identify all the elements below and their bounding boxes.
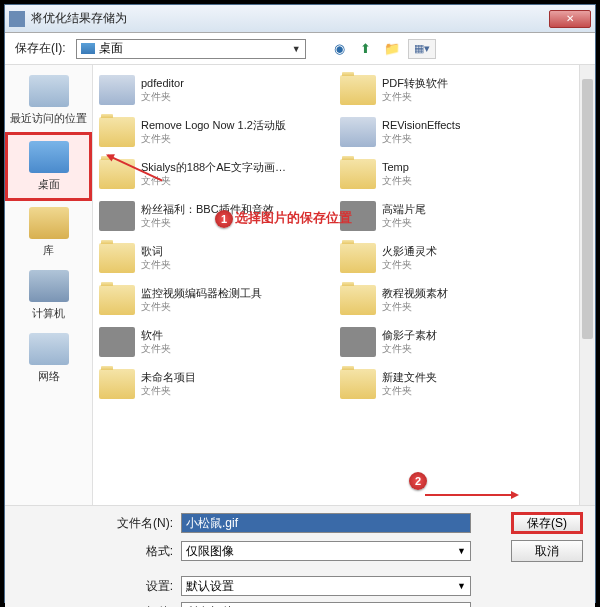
- file-name: Temp: [382, 161, 412, 174]
- location-value: 桌面: [99, 40, 123, 57]
- file-type: 文件夹: [141, 133, 286, 145]
- folder-icon: [99, 117, 135, 147]
- file-item[interactable]: pdfeditor文件夹: [93, 69, 334, 111]
- file-item[interactable]: 新建文件夹文件夹: [334, 363, 575, 405]
- save-in-label: 保存在(I):: [15, 40, 66, 57]
- settings-dropdown[interactable]: 默认设置▼: [181, 576, 471, 596]
- file-item[interactable]: PDF转换软件文件夹: [334, 69, 575, 111]
- location-dropdown[interactable]: 桌面 ▼: [76, 39, 306, 59]
- file-type: 文件夹: [382, 259, 437, 271]
- folder-icon: [99, 369, 135, 399]
- slice-dropdown[interactable]: 所有切片▼: [181, 602, 471, 607]
- scrollbar[interactable]: [579, 65, 595, 505]
- folder-icon: [99, 159, 135, 189]
- bottom-panel: 文件名(N): 保存(S) 格式: 仅限图像▼ 取消 设置: 默认设置▼ 切片:…: [5, 505, 595, 607]
- toolbar: 保存在(I): 桌面 ▼ ◉ ⬆ 📁 ▦▾: [5, 33, 595, 65]
- file-item[interactable]: 监控视频编码器检测工具文件夹: [93, 279, 334, 321]
- new-folder-button[interactable]: 📁: [382, 39, 402, 59]
- folder-icon: [99, 285, 135, 315]
- folder-icon: [340, 243, 376, 273]
- cancel-button[interactable]: 取消: [511, 540, 583, 562]
- slice-label: 切片:: [105, 604, 173, 608]
- lib-icon: [29, 207, 69, 239]
- sidebar-item-label: 网络: [38, 369, 60, 384]
- file-type: 文件夹: [382, 217, 426, 229]
- file-name: 新建文件夹: [382, 371, 437, 384]
- file-item[interactable]: Remove Logo Now 1.2活动版文件夹: [93, 111, 334, 153]
- file-item[interactable]: 粉丝福利：BBC插件和音效文件夹: [93, 195, 334, 237]
- up-folder-button[interactable]: ⬆: [356, 39, 376, 59]
- network-icon: [29, 333, 69, 365]
- file-type: 文件夹: [382, 175, 412, 187]
- file-name: 高端片尾: [382, 203, 426, 216]
- chevron-down-icon: ▼: [457, 581, 466, 591]
- file-name: PDF转换软件: [382, 77, 448, 90]
- view-mode-button[interactable]: ▦▾: [408, 39, 436, 59]
- file-item[interactable]: 软件文件夹: [93, 321, 334, 363]
- main-area: 最近访问的位置桌面库计算机网络 pdfeditor文件夹PDF转换软件文件夹Re…: [5, 65, 595, 505]
- folder-icon: [340, 201, 376, 231]
- file-type: 文件夹: [382, 133, 460, 145]
- file-type: 文件夹: [141, 301, 262, 313]
- folder-icon: [340, 117, 376, 147]
- sidebar-item-lib[interactable]: 库: [5, 201, 92, 264]
- scrollbar-thumb[interactable]: [582, 79, 593, 339]
- file-item[interactable]: 歌词文件夹: [93, 237, 334, 279]
- back-button[interactable]: ◉: [330, 39, 350, 59]
- file-type: 文件夹: [141, 175, 291, 187]
- folder-icon: [340, 159, 376, 189]
- file-name: 软件: [141, 329, 171, 342]
- file-item[interactable]: 高端片尾文件夹: [334, 195, 575, 237]
- format-label: 格式:: [105, 543, 173, 560]
- file-item[interactable]: 火影通灵术文件夹: [334, 237, 575, 279]
- file-name: pdfeditor: [141, 77, 184, 90]
- file-item[interactable]: REVisionEffects文件夹: [334, 111, 575, 153]
- file-item[interactable]: Skialys的188个AE文字动画特效预设文件夹: [93, 153, 334, 195]
- file-name: REVisionEffects: [382, 119, 460, 132]
- file-type: 文件夹: [141, 343, 171, 355]
- computer-icon: [29, 270, 69, 302]
- save-button[interactable]: 保存(S): [511, 512, 583, 534]
- sidebar-item-desktop[interactable]: 桌面: [5, 132, 92, 201]
- sidebar-item-recent[interactable]: 最近访问的位置: [5, 69, 92, 132]
- file-item[interactable]: 未命名项目文件夹: [93, 363, 334, 405]
- file-name: 教程视频素材: [382, 287, 448, 300]
- file-type: 文件夹: [382, 343, 437, 355]
- chevron-down-icon: ▼: [292, 44, 301, 54]
- sidebar-item-label: 桌面: [38, 177, 60, 192]
- file-name: 未命名项目: [141, 371, 196, 384]
- close-icon: ✕: [566, 13, 574, 24]
- folder-icon: [99, 243, 135, 273]
- file-name: 歌词: [141, 245, 171, 258]
- file-item[interactable]: Temp文件夹: [334, 153, 575, 195]
- file-item[interactable]: 偷影子素材文件夹: [334, 321, 575, 363]
- filename-label: 文件名(N):: [105, 515, 173, 532]
- close-button[interactable]: ✕: [549, 10, 591, 28]
- folder-icon: [99, 75, 135, 105]
- sidebar-item-network[interactable]: 网络: [5, 327, 92, 390]
- file-type: 文件夹: [141, 385, 196, 397]
- file-type: 文件夹: [141, 91, 184, 103]
- file-type: 文件夹: [141, 217, 274, 229]
- save-dialog-window: 将优化结果存储为 ✕ 保存在(I): 桌面 ▼ ◉ ⬆ 📁 ▦▾ 最近访问的位置…: [4, 4, 596, 603]
- file-name: 粉丝福利：BBC插件和音效: [141, 203, 274, 216]
- folder-icon: [340, 75, 376, 105]
- titlebar[interactable]: 将优化结果存储为 ✕: [5, 5, 595, 33]
- file-name: 偷影子素材: [382, 329, 437, 342]
- file-type: 文件夹: [382, 301, 448, 313]
- file-name: 火影通灵术: [382, 245, 437, 258]
- app-icon: [9, 11, 25, 27]
- folder-icon: [340, 327, 376, 357]
- chevron-down-icon: ▼: [457, 546, 466, 556]
- file-type: 文件夹: [141, 259, 171, 271]
- format-dropdown[interactable]: 仅限图像▼: [181, 541, 471, 561]
- file-item[interactable]: 教程视频素材文件夹: [334, 279, 575, 321]
- file-name: Skialys的188个AE文字动画特效预设: [141, 161, 291, 174]
- sidebar-item-computer[interactable]: 计算机: [5, 264, 92, 327]
- sidebar-item-label: 库: [43, 243, 54, 258]
- filename-input[interactable]: [181, 513, 471, 533]
- desktop-icon: [81, 43, 95, 54]
- folder-icon: [99, 327, 135, 357]
- file-list[interactable]: pdfeditor文件夹PDF转换软件文件夹Remove Logo Now 1.…: [93, 65, 595, 505]
- places-sidebar: 最近访问的位置桌面库计算机网络: [5, 65, 93, 505]
